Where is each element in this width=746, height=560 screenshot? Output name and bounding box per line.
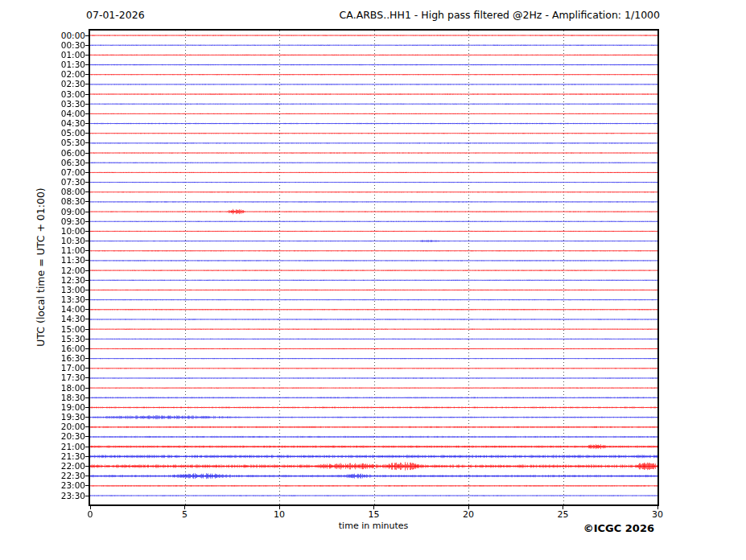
y-tick-label: 14:00: [61, 305, 85, 314]
y-tick-label: 04:30: [61, 119, 85, 128]
y-tick-label: 02:00: [61, 70, 85, 79]
y-tick-mark: [85, 182, 89, 183]
y-tick-label: 16:30: [61, 354, 85, 363]
x-tick-label: 25: [558, 509, 569, 520]
y-tick-mark: [85, 329, 89, 330]
y-tick-label: 02:30: [61, 80, 85, 89]
y-tick-mark: [85, 476, 89, 476]
y-tick-label: 18:00: [61, 384, 85, 393]
y-tick-label: 00:00: [61, 31, 85, 40]
y-tick-mark: [85, 456, 89, 457]
y-tick-mark: [85, 241, 89, 241]
y-tick-label: 21:00: [61, 443, 85, 451]
seismogram-canvas: [90, 31, 657, 504]
y-tick-mark: [85, 94, 89, 95]
y-tick-mark: [85, 388, 89, 389]
y-tick-mark: [85, 191, 89, 192]
y-tick-label: 09:30: [61, 217, 85, 226]
y-tick-label: 16:00: [61, 344, 85, 353]
y-tick-label: 07:30: [61, 178, 85, 187]
x-tick-label: 10: [274, 509, 285, 520]
y-tick-label: 23:30: [61, 492, 85, 500]
y-tick-mark: [85, 280, 89, 281]
x-tick-label: 0: [88, 509, 93, 520]
y-tick-label: 11:30: [61, 256, 85, 265]
y-tick-mark: [85, 250, 89, 251]
seismogram-figure: 07-01-2026 CA.ARBS..HH1 - High pass filt…: [0, 0, 746, 560]
y-tick-mark: [85, 496, 89, 496]
y-tick-mark: [85, 153, 89, 154]
y-tick-mark: [85, 319, 89, 319]
y-tick-mark: [85, 163, 89, 163]
y-tick-label: 22:30: [61, 471, 85, 480]
y-tick-mark: [85, 221, 89, 222]
y-tick-label: 18:30: [61, 393, 85, 402]
y-tick-mark: [85, 417, 89, 418]
y-tick-label: 05:00: [61, 129, 85, 138]
y-tick-label: 03:00: [61, 90, 85, 99]
y-tick-mark: [85, 55, 89, 56]
y-tick-label: 13:30: [61, 295, 85, 304]
plot-area: [89, 29, 659, 506]
y-tick-label: 14:30: [61, 315, 85, 323]
x-tick-label: 20: [463, 509, 474, 520]
y-tick-mark: [85, 485, 89, 486]
plot-title: CA.ARBS..HH1 - High pass filtered @2Hz -…: [340, 9, 660, 21]
y-tick-mark: [85, 123, 89, 124]
y-tick-label: 20:00: [61, 422, 85, 431]
y-tick-mark: [85, 133, 89, 134]
y-tick-label: 12:30: [61, 276, 85, 285]
y-tick-mark: [85, 466, 89, 467]
y-tick-label: 15:00: [61, 325, 85, 334]
date-title: 07-01-2026: [86, 9, 145, 21]
y-tick-mark: [85, 309, 89, 310]
y-tick-mark: [85, 447, 89, 447]
y-tick-mark: [85, 339, 89, 340]
y-tick-label: 17:30: [61, 373, 85, 382]
y-tick-mark: [85, 368, 89, 369]
y-tick-label: 09:00: [61, 208, 85, 216]
x-tick-label: 30: [652, 509, 663, 520]
y-tick-label: 22:00: [61, 462, 85, 471]
y-tick-label: 15:30: [61, 335, 85, 344]
y-tick-mark: [85, 35, 89, 36]
x-axis-label: time in minutes: [339, 521, 408, 531]
y-tick-label: 11:00: [61, 246, 85, 255]
y-axis-label: UTC (local time = UTC + 01:00): [35, 187, 47, 347]
y-tick-mark: [85, 426, 89, 427]
y-tick-label: 06:00: [61, 149, 85, 158]
y-tick-label: 23:00: [61, 481, 85, 490]
y-tick-mark: [85, 407, 89, 408]
y-tick-mark: [85, 142, 89, 143]
y-tick-label: 19:00: [61, 403, 85, 412]
y-tick-label: 21:30: [61, 452, 85, 461]
y-tick-mark: [85, 74, 89, 75]
y-tick-mark: [85, 45, 89, 46]
y-tick-label: 03:30: [61, 100, 85, 109]
x-tick-label: 15: [369, 509, 380, 520]
y-tick-label: 08:30: [61, 197, 85, 206]
y-tick-label: 13:00: [61, 286, 85, 294]
y-tick-label: 08:00: [61, 187, 85, 196]
y-tick-mark: [85, 358, 89, 359]
y-tick-label: 20:30: [61, 432, 85, 441]
y-tick-mark: [85, 84, 89, 84]
y-tick-mark: [85, 172, 89, 173]
y-tick-label: 01:30: [61, 60, 85, 69]
y-tick-mark: [85, 104, 89, 105]
y-tick-label: 06:30: [61, 159, 85, 167]
y-tick-mark: [85, 397, 89, 398]
y-tick-label: 00:30: [61, 41, 85, 50]
copyright-text: ©ICGC 2026: [583, 522, 654, 534]
y-tick-label: 10:00: [61, 227, 85, 236]
y-tick-mark: [85, 113, 89, 114]
y-tick-label: 12:00: [61, 266, 85, 275]
y-tick-mark: [85, 231, 89, 232]
y-tick-mark: [85, 290, 89, 290]
y-tick-mark: [85, 299, 89, 300]
y-tick-mark: [85, 377, 89, 378]
y-tick-label: 05:30: [61, 138, 85, 147]
y-tick-label: 04:00: [61, 109, 85, 118]
y-tick-mark: [85, 260, 89, 261]
y-tick-mark: [85, 212, 89, 212]
